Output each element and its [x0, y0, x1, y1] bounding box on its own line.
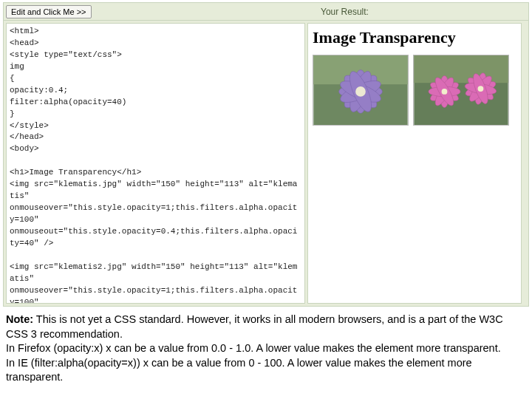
- result-image-row: [313, 55, 516, 126]
- note-line-2: In Firefox (opacity:x) x can be a value …: [6, 342, 501, 354]
- result-image-1[interactable]: [313, 55, 409, 126]
- tryit-editor: Edit and Click Me >> Your Result: <html>…: [3, 2, 529, 307]
- result-label: Your Result:: [318, 7, 528, 17]
- tryit-header: Edit and Click Me >> Your Result:: [4, 3, 528, 21]
- svg-point-26: [478, 86, 484, 92]
- note-section: Note: This is not yet a CSS standard. Ho…: [0, 307, 532, 388]
- note-label: Note:: [6, 313, 33, 325]
- result-image-2[interactable]: [413, 55, 509, 126]
- source-code-editor[interactable]: <html> <head> <style type="text/css"> im…: [6, 23, 305, 304]
- svg-point-19: [442, 89, 448, 95]
- svg-point-10: [355, 86, 366, 97]
- panels-row: <html> <head> <style type="text/css"> im…: [4, 21, 528, 306]
- result-heading: Image Transparency: [313, 28, 516, 47]
- note-line-1: This is not yet a CSS standard. However,…: [6, 313, 503, 340]
- note-line-3: In IE (filter:alpha(opacity=x)) x can be…: [6, 357, 472, 383]
- result-preview: Image Transparency: [307, 23, 522, 304]
- edit-and-run-button[interactable]: Edit and Click Me >>: [6, 5, 92, 18]
- svg-rect-12: [414, 55, 508, 83]
- flower-pink-icon: [414, 55, 508, 125]
- flower-purple-icon: [313, 55, 408, 125]
